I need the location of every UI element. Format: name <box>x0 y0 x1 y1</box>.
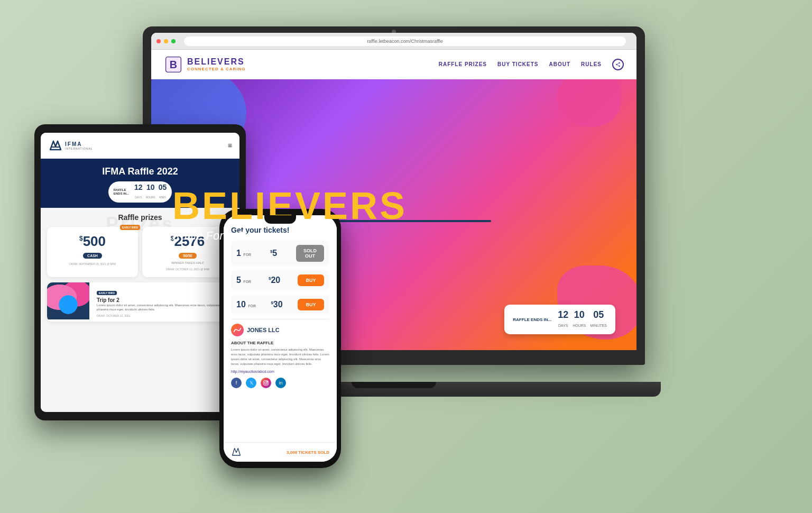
countdown-days: 12 DAYS <box>558 310 568 329</box>
tablet-trip-draw: DRAW: OCTOBER 12, 2021 <box>97 314 230 317</box>
phone-footer-brand-icon <box>231 447 242 457</box>
phone-screen: Get your tickets! 1 FOR $5 SOLDOUT 5 FOR <box>224 215 337 462</box>
tablet-trip-prize-card: EARLY BIRD Trip for 2 Lorem ipsum dolor … <box>47 282 233 322</box>
logo-text-group: BELIEVERS CONNECTED & CARING <box>187 57 245 71</box>
tablet-cd-minutes: 05 MINS <box>159 184 167 200</box>
countdown-minutes-label: MINUTES <box>590 324 607 327</box>
phone-linkedin-icon[interactable]: in <box>275 378 286 388</box>
tablet-prize1-badge: EARLY BIRD <box>120 225 140 230</box>
phone-facebook-icon[interactable]: f <box>231 378 242 388</box>
svg-line-6 <box>617 63 619 64</box>
svg-point-10 <box>265 382 267 384</box>
svg-point-2 <box>619 62 620 63</box>
laptop-hinge-notch <box>352 382 436 388</box>
tablet-prize1-type: CASH <box>83 253 102 259</box>
tablet-device: IFMA INTERNATIONAL ≡ IFMA Raffle 2022 RA… <box>34 124 246 420</box>
phone-buy-btn-3[interactable]: BUY <box>298 299 324 310</box>
svg-marker-7 <box>50 141 61 150</box>
hero-text-group: BELIEVERS Raffle For a Cause <box>172 187 407 243</box>
countdown-numbers: 12 DAYS 10 HOURS 05 MINUTES <box>558 310 607 329</box>
phone-about-title: ABOUT THE RAFFLE <box>231 341 329 345</box>
tablet-body: IFMA INTERNATIONAL ≡ IFMA Raffle 2022 RA… <box>34 124 246 420</box>
countdown-hours-value: 10 <box>573 310 586 319</box>
tablet-trip-badge: EARLY BIRD <box>97 291 117 295</box>
countdown-hours-label: HOURS <box>573 324 586 327</box>
tablet-prize1-amount: $500 <box>51 233 134 250</box>
phone-org-name: JONES LLC <box>247 327 280 333</box>
hero-subtitle: Raffle For a Cause <box>172 229 407 243</box>
nav-share-button[interactable] <box>612 59 624 70</box>
svg-point-4 <box>619 65 620 67</box>
phone-tickets-sold-count: 3,000 TICKETS SOLD <box>287 450 329 455</box>
tablet-prize1-draw: DRAW: SEPTEMBER 25, 2021 @ 8AM <box>51 262 134 265</box>
tablet-prize2-note: WINNER TAKES HALF <box>146 261 229 264</box>
tablet-trip-image-inner <box>47 282 89 319</box>
ifma-main-text: IFMA <box>65 141 93 147</box>
phone-notch <box>264 215 296 224</box>
browser-chrome: raffle.letbeacon.com/Christmasraffle <box>151 33 636 50</box>
phone-ticket-qty-3: 10 FOR <box>236 300 256 309</box>
tablet-hero-title: IFMA Raffle 2022 <box>48 166 232 177</box>
browser-address-bar[interactable]: raffle.letbeacon.com/Christmasraffle <box>184 36 626 46</box>
phone-divider-1 <box>231 319 329 319</box>
tablet-countdown-widget: RAFFLE ENDS IN... 12 DAYS 10 HOURS <box>108 181 172 203</box>
phone-footer: 3,000 TICKETS SOLD <box>224 442 337 462</box>
tablet-prize-card-1: EARLY BIRD $500 CASH DRAW: SEPTEMBER 25,… <box>47 227 138 277</box>
tablet-cd-hours: 10 HOURS <box>146 184 155 200</box>
ifma-logo-group: IFMA INTERNATIONAL <box>48 138 93 153</box>
browser-dot-close <box>156 39 161 43</box>
nav-raffle-prizes[interactable]: RAFFLE PRIZES <box>439 61 487 67</box>
believers-logo-icon: B <box>164 55 183 74</box>
tablet-trip-info: EARLY BIRD Trip for 2 Lorem ipsum dolor … <box>94 282 233 322</box>
countdown-days-label: DAYS <box>558 324 568 327</box>
tablet-trip-title: Trip for 2 <box>97 297 230 303</box>
ifma-sub-text: INTERNATIONAL <box>65 147 93 150</box>
phone-sold-out-btn-1[interactable]: SOLDOUT <box>296 245 324 262</box>
countdown-minutes: 05 MINUTES <box>590 310 607 329</box>
phone-ticket-row-1: 1 FOR $5 SOLDOUT <box>231 241 329 266</box>
site-navbar: B BELIEVERS CONNECTED & CARING RAFFLE PR… <box>151 50 636 79</box>
tablet-navbar: IFMA INTERNATIONAL ≡ <box>41 133 239 159</box>
site-nav-links: RAFFLE PRIZES BUY TICKETS ABOUT RULES <box>439 59 624 70</box>
tablet-prize2-draw: DRAW: OCTOBER 12, 2021 @ 9AM <box>146 268 229 271</box>
phone-main-content: Get your tickets! 1 FOR $5 SOLDOUT 5 FOR <box>224 215 337 442</box>
svg-point-11 <box>267 381 267 382</box>
browser-dot-minimize <box>164 39 168 43</box>
phone-org-logo-icon <box>231 324 244 336</box>
logo-believers-text: BELIEVERS <box>187 57 245 67</box>
countdown-hours: 10 HOURS <box>573 310 586 329</box>
ifma-text-group: IFMA INTERNATIONAL <box>65 141 93 150</box>
browser-dot-maximize <box>171 39 176 43</box>
countdown-label: RAFFLE ENDS IN... <box>513 317 551 322</box>
tablet-hamburger-icon[interactable]: ≡ <box>228 141 232 150</box>
phone-org-link[interactable]: http://myauction/abcd.com <box>231 370 329 373</box>
tablet-screen: IFMA INTERNATIONAL ≡ IFMA Raffle 2022 RA… <box>41 133 239 412</box>
phone-org-section: JONES LLC <box>231 324 329 336</box>
phone-ticket-row-2: 5 FOR $20 BUY <box>231 270 329 290</box>
phone-instagram-icon[interactable] <box>261 378 271 388</box>
phone-twitter-icon[interactable]: 𝕏 <box>246 378 256 388</box>
phone-body: Get your tickets! 1 FOR $5 SOLDOUT 5 FOR <box>219 209 341 468</box>
tablet-trip-image <box>47 282 89 319</box>
phone-about-text: Lorem ipsum dolor sit amet, consectetur … <box>231 347 329 367</box>
tablet-logo: IFMA INTERNATIONAL <box>48 138 93 153</box>
tickets-sold-label: TICKETS SOLD <box>298 450 329 455</box>
countdown-days-value: 12 <box>558 310 568 319</box>
phone-buy-btn-2[interactable]: BUY <box>298 274 324 286</box>
tablet-countdown-numbers: 12 DAYS 10 HOURS 05 MINS <box>134 184 167 200</box>
phone-ticket-qty-2: 5 FOR <box>236 276 251 285</box>
svg-text:B: B <box>170 59 177 70</box>
nav-about[interactable]: ABOUT <box>549 61 571 67</box>
nav-rules[interactable]: RULES <box>581 61 602 67</box>
phone-social-icons: f 𝕏 in <box>231 378 329 388</box>
logo-sub-text: CONNECTED & CARING <box>187 67 245 71</box>
svg-marker-12 <box>233 448 241 455</box>
svg-point-3 <box>616 63 617 65</box>
nav-buy-tickets[interactable]: BUY TICKETS <box>497 61 539 67</box>
hero-countdown-widget: RAFFLE ENDS IN... 12 DAYS 10 HOURS <box>504 305 615 334</box>
site-logo: B BELIEVERS CONNECTED & CARING <box>164 55 245 74</box>
tablet-countdown-label: RAFFLE ENDS IN... <box>114 188 129 196</box>
phone-ticket-qty-1: 1 FOR <box>236 249 251 258</box>
hero-blob-pink-top <box>557 79 621 127</box>
phone-ticket-row-3: 10 FOR $30 BUY <box>231 295 329 315</box>
